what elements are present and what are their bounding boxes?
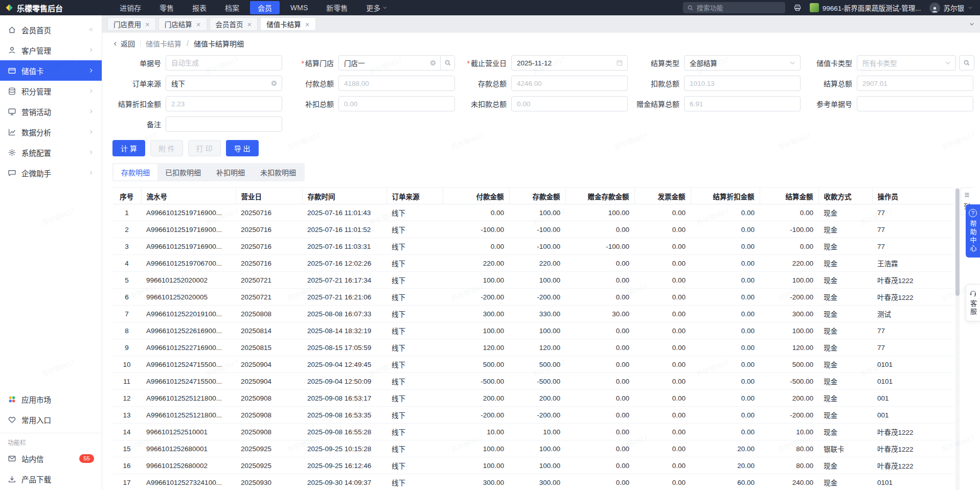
tab-card-settlement[interactable]: 储值卡结算× (260, 17, 315, 31)
customer-service-button[interactable]: 客服 (966, 284, 980, 321)
table-cell: 0.00 (565, 440, 634, 457)
ref-doc-no-input[interactable] (857, 96, 973, 111)
field-end-business-date: *截止营业日 (458, 55, 631, 71)
settle-store-input[interactable] (338, 55, 455, 71)
top-menu-inventory[interactable]: 进销存 (112, 1, 149, 14)
sidebar-item-marketing[interactable]: 营销活动 (0, 101, 102, 122)
table-cell: 220.00 (760, 255, 818, 272)
deposit-total-input[interactable] (511, 76, 628, 91)
bonus-settle-total-input[interactable] (684, 96, 801, 111)
column-header: 结算金额 (760, 188, 818, 204)
clear-icon[interactable] (270, 80, 278, 87)
column-header: 结算折扣金额 (691, 188, 760, 204)
sidebar-item-inbox[interactable]: 站内信55 (0, 448, 102, 469)
tab-member-home[interactable]: 会员首页× (210, 17, 258, 31)
table-cell: 120.00 (509, 339, 565, 356)
field-label: 备注 (112, 119, 166, 129)
app-title: 乐檬零售后台 (17, 3, 63, 13)
export-button[interactable]: 导 出 (226, 140, 259, 156)
top-menu-retail[interactable]: 零售 (152, 1, 181, 14)
table-cell: 0.00 (634, 255, 691, 272)
table-cell: 77 (872, 221, 954, 238)
sidebar-item-customer-management[interactable]: 客户管理 (0, 40, 102, 60)
table-cell: 200.00 (509, 390, 565, 407)
table-cell: 100.00 (443, 440, 509, 457)
printer-icon[interactable] (793, 4, 802, 12)
attachment-button[interactable]: 附 件 (150, 140, 183, 156)
global-search-input[interactable] (697, 4, 781, 12)
close-icon[interactable]: × (196, 20, 201, 28)
table-cell: 0.00 (691, 356, 760, 373)
table-cell: 20250930 (236, 474, 302, 490)
table-cell: 0.00 (634, 373, 691, 390)
chevron-down-icon[interactable] (944, 59, 951, 66)
back-button[interactable]: 返回 (112, 38, 135, 49)
unread-badge: 55 (79, 454, 94, 463)
page-content: 返回 储值卡结算 / 储值卡结算明细 单据号*结算门店*截止营业日结算类型储值卡… (102, 33, 980, 490)
top-menu-archives[interactable]: 档案 (217, 1, 247, 14)
sidebar-item-member-home[interactable]: 会员首页 (0, 19, 102, 40)
pay-total-input[interactable] (338, 76, 455, 91)
detail-tab-deposit-detail[interactable]: 存款明细 (113, 164, 157, 180)
settle-type-input[interactable] (684, 55, 801, 71)
search-button[interactable] (959, 55, 974, 71)
top-menu-reports[interactable]: 报表 (185, 1, 214, 14)
order-source-input[interactable] (166, 76, 282, 91)
sidebar-item-stored-value-card[interactable]: 储值卡 (0, 60, 102, 81)
detail-tab-undeducted-detail[interactable]: 未扣款明细 (253, 164, 304, 180)
sidebar-item-system-config[interactable]: 系统配置 (0, 142, 102, 162)
doc-no-input[interactable] (166, 55, 282, 71)
table-cell: 0.00 (634, 221, 691, 238)
calendar-icon[interactable] (616, 59, 623, 66)
breadcrumb-parent[interactable]: 储值卡结算 (146, 38, 181, 49)
sidebar-item-app-market[interactable]: 应用市场 (0, 389, 102, 409)
sidebar-item-downloads[interactable]: 产品下载 (0, 469, 102, 489)
table-cell: 0.00 (565, 390, 634, 407)
table-cell: 20250815 (236, 339, 302, 356)
tab-store-expense[interactable]: 门店费用× (107, 17, 156, 31)
tabs-overflow-button[interactable] (969, 21, 975, 27)
top-menu-new-retail[interactable]: 新零售 (318, 1, 355, 14)
top-menu-wms[interactable]: WMS (283, 2, 315, 13)
remark-input[interactable] (166, 116, 282, 132)
sidebar-item-points-management[interactable]: 积分管理 (0, 81, 102, 101)
table-cell: 4 (112, 255, 141, 272)
clear-icon[interactable] (429, 59, 437, 66)
table-cell: 0.00 (634, 440, 691, 457)
table-scrollbar[interactable] (955, 188, 960, 490)
sidebar-item-favorites[interactable]: 常用入口 (0, 409, 102, 430)
table-cell: 现金 (818, 289, 872, 306)
top-menu-members[interactable]: 会员 (250, 1, 280, 14)
undeducted-total-input[interactable] (511, 96, 628, 111)
column-header: 存款时间 (302, 188, 386, 204)
print-button[interactable]: 打 印 (188, 140, 221, 156)
search-button[interactable] (440, 56, 454, 70)
close-icon[interactable]: × (247, 20, 252, 28)
top-menu-more[interactable]: 更多 (358, 1, 395, 14)
re-deduct-total-input[interactable] (338, 96, 455, 111)
close-icon[interactable]: × (305, 20, 310, 28)
end-business-date-input[interactable] (511, 55, 628, 71)
global-search[interactable] (683, 2, 785, 13)
settle-total-input[interactable] (857, 76, 973, 91)
deduct-total-input[interactable] (684, 76, 801, 91)
close-icon[interactable]: × (145, 20, 150, 28)
sidebar-item-analytics[interactable]: 数据分析 (0, 122, 102, 142)
store-selector[interactable]: 99661-新界面果蔬版测试-管理... (810, 3, 921, 13)
card-type-input[interactable] (857, 55, 956, 71)
table-cell: 现金 (818, 221, 872, 238)
help-center-button[interactable]: ? 帮助中心 (966, 204, 980, 258)
field-ref-doc-no: 参考单据号 (804, 96, 976, 111)
table-cell: 叶春茂1222 (872, 440, 954, 457)
column-header: 收款方式 (818, 188, 872, 204)
detail-tab-re-deduct-detail[interactable]: 补扣明细 (209, 164, 253, 180)
chevron-down-icon[interactable] (789, 59, 796, 66)
table-cell: A99661012524715500... (141, 356, 236, 373)
tab-store-settlement[interactable]: 门店结算× (158, 17, 207, 31)
calculate-button[interactable]: 计 算 (112, 140, 145, 156)
user-menu[interactable]: 苏尔银 (929, 3, 973, 13)
scrollbar-thumb[interactable] (955, 189, 960, 296)
settle-discount-input[interactable] (166, 96, 282, 111)
sidebar-item-wecom-assistant[interactable]: 企微助手 (0, 162, 102, 183)
detail-tab-deducted-detail[interactable]: 已扣款明细 (157, 164, 209, 180)
